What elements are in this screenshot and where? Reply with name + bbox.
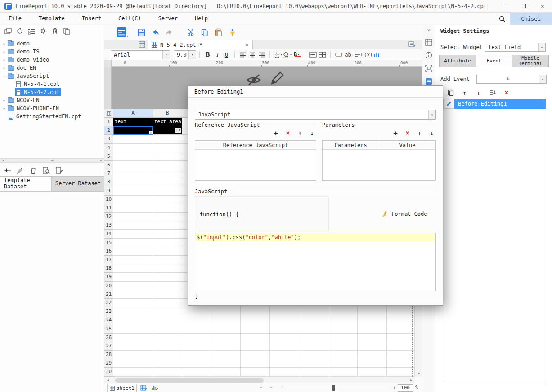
event-type-dropdown-icon[interactable]: ▾ bbox=[428, 110, 435, 119]
tree-item-content[interactable]: N-5-4-1.cpt bbox=[15, 80, 61, 88]
move-parameter-down-icon[interactable]: ↓ bbox=[428, 129, 436, 137]
tree-item-content[interactable]: GettingStartedEN.cpt bbox=[7, 112, 83, 120]
tab-close-icon[interactable]: × bbox=[246, 42, 249, 48]
widget-select[interactable]: Text Field ▾ bbox=[485, 43, 546, 52]
cell-E28[interactable] bbox=[241, 351, 270, 359]
collapse-panel-icon[interactable]: » bbox=[427, 27, 430, 33]
cell-A8[interactable] bbox=[113, 178, 153, 187]
tree-item-content[interactable]: NCOV-EN bbox=[7, 96, 41, 104]
cell-E30[interactable] bbox=[241, 368, 270, 376]
menu-file[interactable]: File bbox=[0, 13, 30, 25]
cell-I24[interactable] bbox=[358, 316, 387, 325]
cell-D26[interactable] bbox=[211, 334, 241, 342]
row-header-4[interactable]: 4 bbox=[104, 144, 113, 152]
cell-G25[interactable] bbox=[299, 325, 328, 334]
tree-item-ncov-phone-en[interactable]: ▸NCOV-PHONE-EN bbox=[0, 104, 104, 112]
cell-H28[interactable] bbox=[328, 351, 358, 359]
close-button[interactable]: × bbox=[533, 0, 552, 12]
zoom-value-input[interactable]: 100 bbox=[398, 384, 413, 392]
chart-button[interactable] bbox=[372, 50, 381, 59]
format-painter-button[interactable] bbox=[228, 27, 238, 37]
cell-A12[interactable] bbox=[113, 213, 153, 221]
cell-H30[interactable] bbox=[328, 368, 358, 376]
collapse-left-icon[interactable]: ◂ bbox=[2, 159, 4, 162]
move-event-down-icon[interactable]: ↓ bbox=[475, 89, 483, 97]
tab-attribute[interactable]: Attribute bbox=[439, 55, 476, 67]
font-family-select[interactable]: Arial ▾ bbox=[111, 50, 170, 59]
cell-J25[interactable] bbox=[387, 325, 415, 334]
cell-A13[interactable] bbox=[113, 221, 153, 230]
cell-D24[interactable] bbox=[211, 316, 241, 325]
cell-A14[interactable] bbox=[113, 230, 153, 238]
minimize-button[interactable] bbox=[495, 0, 514, 12]
cell-A29[interactable] bbox=[113, 359, 153, 368]
cell-A9[interactable] bbox=[113, 187, 153, 196]
tree-item-content[interactable]: doc-EN bbox=[7, 64, 38, 72]
move-parameter-up-icon[interactable]: ↑ bbox=[416, 129, 424, 137]
cell-B19[interactable] bbox=[153, 273, 182, 281]
event-item[interactable]: Before Editing1 bbox=[443, 99, 546, 109]
cell-C30[interactable] bbox=[182, 368, 211, 376]
border-button[interactable]: ▾ bbox=[273, 50, 283, 59]
cell-B16[interactable] bbox=[153, 247, 182, 256]
cell-B2[interactable]: tx bbox=[153, 126, 182, 135]
cell-B7[interactable] bbox=[153, 169, 182, 178]
cell-C26[interactable] bbox=[182, 334, 211, 342]
cell-I26[interactable] bbox=[358, 334, 387, 342]
fill-color-button[interactable]: ▾ bbox=[283, 50, 292, 59]
cell-C23[interactable] bbox=[182, 307, 211, 316]
unmerge-cells-button[interactable] bbox=[318, 50, 327, 59]
cell-A16[interactable] bbox=[113, 247, 153, 256]
cell-B20[interactable] bbox=[153, 282, 182, 290]
cell-E27[interactable] bbox=[241, 342, 270, 351]
cell-C25[interactable] bbox=[182, 325, 211, 334]
eye-off-icon[interactable] bbox=[245, 73, 262, 87]
row-header-8[interactable]: 8 bbox=[104, 178, 113, 187]
tree-item-demo-video[interactable]: ▸demo-video bbox=[0, 56, 104, 64]
row-header-26[interactable]: 26 bbox=[104, 334, 113, 342]
cell-B25[interactable] bbox=[153, 325, 182, 334]
template-menu-button[interactable]: ▾ bbox=[115, 27, 128, 38]
sheet-tab[interactable]: sheet1 bbox=[107, 384, 137, 392]
dataset-config-icon[interactable] bbox=[56, 167, 63, 174]
switch-workspace-icon[interactable] bbox=[4, 27, 12, 35]
cell-A24[interactable] bbox=[113, 316, 153, 325]
cell-A1[interactable]: text bbox=[113, 118, 153, 126]
grid-corner[interactable] bbox=[104, 109, 113, 118]
cell-J30[interactable] bbox=[387, 368, 415, 376]
tree-item-javascript[interactable]: ▾JavaScript bbox=[0, 72, 104, 80]
align-center-button[interactable] bbox=[247, 50, 257, 59]
cell-H26[interactable] bbox=[328, 334, 358, 342]
cell-J29[interactable] bbox=[387, 359, 415, 368]
cell-B14[interactable] bbox=[153, 230, 182, 238]
font-size-select[interactable]: 9.0 ▾ bbox=[174, 50, 196, 59]
cell-A23[interactable] bbox=[113, 307, 153, 316]
row-header-25[interactable]: 25 bbox=[104, 325, 113, 334]
cell-G28[interactable] bbox=[299, 351, 328, 359]
align-right-button[interactable] bbox=[257, 50, 266, 59]
remove-parameter-icon[interactable]: × bbox=[404, 129, 412, 137]
code-editor[interactable]: $("input").css("color","white"); bbox=[195, 233, 436, 291]
tree-item-demo[interactable]: ▸demo bbox=[0, 40, 104, 48]
row-header-21[interactable]: 21 bbox=[104, 290, 113, 299]
tree-expand-icon[interactable]: ▸ bbox=[1, 49, 7, 54]
cell-C27[interactable] bbox=[182, 342, 211, 351]
cell-A19[interactable] bbox=[113, 273, 153, 281]
tree-item-content[interactable]: JavaScript bbox=[7, 72, 51, 80]
row-header-9[interactable]: 9 bbox=[104, 187, 113, 196]
cell-A21[interactable] bbox=[113, 290, 153, 299]
cell-A17[interactable] bbox=[113, 256, 153, 264]
cell-H29[interactable] bbox=[328, 359, 358, 368]
redo-button[interactable] bbox=[164, 27, 174, 37]
cell-B24[interactable] bbox=[153, 316, 182, 325]
row-header-14[interactable]: 14 bbox=[104, 230, 113, 238]
scroll-down-icon[interactable]: ▼ bbox=[415, 370, 422, 377]
cell-B10[interactable] bbox=[153, 196, 182, 204]
cell-A18[interactable] bbox=[113, 264, 153, 273]
document-tab[interactable]: N-5-4-2.cpt * × bbox=[148, 40, 253, 49]
cell-B29[interactable] bbox=[153, 359, 182, 368]
reference-table[interactable]: Reference JavaScript bbox=[195, 140, 316, 181]
row-header-17[interactable]: 17 bbox=[104, 256, 113, 264]
cell-B5[interactable] bbox=[153, 152, 182, 161]
row-header-19[interactable]: 19 bbox=[104, 273, 113, 281]
